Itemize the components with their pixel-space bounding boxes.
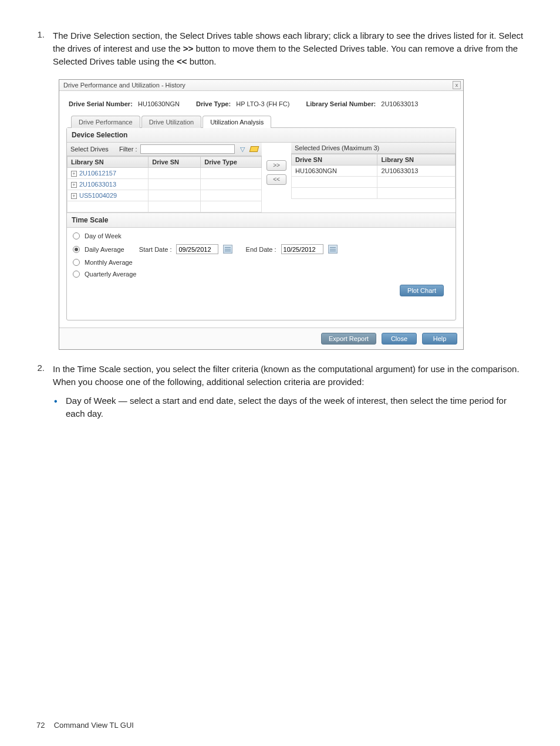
library-sn-value: US51004029 <box>79 192 117 199</box>
funnel-icon[interactable]: ▽ <box>238 145 247 153</box>
table-row[interactable]: +2U10612157 <box>68 168 262 179</box>
end-date-input[interactable] <box>281 244 323 254</box>
page-number: 72 <box>36 721 52 730</box>
screenshot-window: Drive Performance and Utilization - Hist… <box>59 79 464 350</box>
radio-day-of-week[interactable] <box>73 232 80 239</box>
tab-utilization-analysis[interactable]: Utilization Analysis <box>203 116 271 128</box>
step-1: 1. The Drive Selection section, the Sele… <box>35 29 525 67</box>
sub-bullet: • Day of Week — select a start and end d… <box>53 394 525 420</box>
table-row <box>68 201 262 212</box>
col-sel-library-sn[interactable]: Library SN <box>377 154 456 166</box>
page-footer-label: Command View TL GUI <box>54 721 134 730</box>
drive-serial-label: Drive Serial Number: <box>69 100 133 107</box>
remove-drive-button[interactable]: << <box>266 174 286 185</box>
window-close-button[interactable]: x <box>453 81 461 89</box>
filter-input[interactable] <box>140 144 235 154</box>
radio-daily-average[interactable] <box>73 246 80 253</box>
plot-chart-button[interactable]: Plot Chart <box>400 285 444 296</box>
close-button[interactable]: Close <box>382 333 417 345</box>
table-row <box>292 188 456 199</box>
opt-day-of-week: Day of Week <box>85 232 122 239</box>
expand-icon[interactable]: + <box>71 193 77 199</box>
library-serial-label: Library Serial Number: <box>306 100 376 107</box>
table-row <box>292 177 456 188</box>
end-date-label: End Date : <box>246 246 276 253</box>
expand-icon[interactable]: + <box>71 171 77 177</box>
time-scale-title: Time Scale <box>67 212 456 228</box>
sel-library-sn-value: 2U10633013 <box>377 166 456 177</box>
page-footer: 72 Command View TL GUI <box>36 721 134 730</box>
step-1-body: The Drive Selection section, the Select … <box>53 29 525 67</box>
step-1-bold-a: >> <box>183 43 194 53</box>
step-2-body: In the Time Scale section, you select th… <box>53 363 525 423</box>
step-1-text-c: button. <box>187 56 216 66</box>
clear-filter-icon[interactable] <box>250 145 258 153</box>
tab-bar: Drive Performance Drive Utilization Util… <box>71 116 456 128</box>
window-titlebar: Drive Performance and Utilization - Hist… <box>59 80 463 91</box>
library-serial-value: 2U10633013 <box>381 100 418 107</box>
info-row: Drive Serial Number: HU10630NGN Drive Ty… <box>66 97 456 116</box>
opt-monthly-average: Monthly Average <box>85 259 133 266</box>
bullet-text: Day of Week — select a start and end dat… <box>66 394 525 420</box>
help-button[interactable]: Help <box>422 333 457 345</box>
radio-monthly-average[interactable] <box>73 259 80 266</box>
export-report-button[interactable]: Export Report <box>321 333 376 345</box>
filter-label: Filter : <box>119 146 137 153</box>
table-row[interactable]: +2U10633013 <box>68 179 262 190</box>
col-library-sn[interactable]: Library SN <box>68 157 149 168</box>
close-icon: x <box>456 82 458 88</box>
step-2-number: 2. <box>35 363 53 423</box>
step-1-number: 1. <box>35 29 53 67</box>
selected-drives-table: Drive SN Library SN HU10630NGN 2U1063301… <box>291 154 456 199</box>
device-selection-title: Device Selection <box>67 128 456 143</box>
bullet-icon: • <box>53 394 66 420</box>
selected-drives-header: Selected Drives (Maximum 3) <box>291 143 456 154</box>
select-drives-label: Select Drives <box>70 146 109 153</box>
dialog-footer: Export Report Close Help <box>59 328 463 349</box>
filter-bar: Select Drives Filter : ▽ <box>67 143 262 156</box>
table-row[interactable]: +US51004029 <box>68 190 262 201</box>
time-scale-body: Day of Week Daily Average Start Date : E… <box>67 228 456 320</box>
step-1-bold-b: << <box>177 56 187 66</box>
calendar-icon[interactable] <box>223 245 232 254</box>
calendar-icon[interactable] <box>328 245 338 254</box>
window-title: Drive Performance and Utilization - Hist… <box>63 82 185 89</box>
radio-quarterly-average[interactable] <box>73 271 80 278</box>
start-date-input[interactable] <box>176 244 218 254</box>
col-drive-sn[interactable]: Drive SN <box>149 157 201 168</box>
step-2: 2. In the Time Scale section, you select… <box>35 363 525 423</box>
col-drive-type[interactable]: Drive Type <box>201 157 262 168</box>
drive-type-value: HP LTO-3 (FH FC) <box>236 100 289 107</box>
expand-icon[interactable]: + <box>71 182 77 188</box>
opt-quarterly-average: Quarterly Average <box>85 271 136 278</box>
tab-drive-performance[interactable]: Drive Performance <box>71 116 140 128</box>
library-sn-value: 2U10633013 <box>79 181 116 188</box>
library-sn-value: 2U10612157 <box>79 170 116 177</box>
sel-drive-sn-value: HU10630NGN <box>292 166 377 177</box>
add-drive-button[interactable]: >> <box>266 160 286 171</box>
opt-daily-average: Daily Average <box>85 246 124 253</box>
drive-type-label: Drive Type: <box>196 100 231 107</box>
table-row[interactable]: HU10630NGN 2U10633013 <box>292 166 456 177</box>
device-selection-section: Device Selection Select Drives Filter : … <box>66 127 456 320</box>
tab-drive-utilization[interactable]: Drive Utilization <box>141 116 201 128</box>
select-drives-table: Library SN Drive SN Drive Type +2U106121… <box>67 156 262 212</box>
col-sel-drive-sn[interactable]: Drive SN <box>292 154 377 166</box>
step-2-text: In the Time Scale section, you select th… <box>53 364 519 387</box>
start-date-label: Start Date : <box>139 246 172 253</box>
drive-serial-value: HU10630NGN <box>138 100 180 107</box>
